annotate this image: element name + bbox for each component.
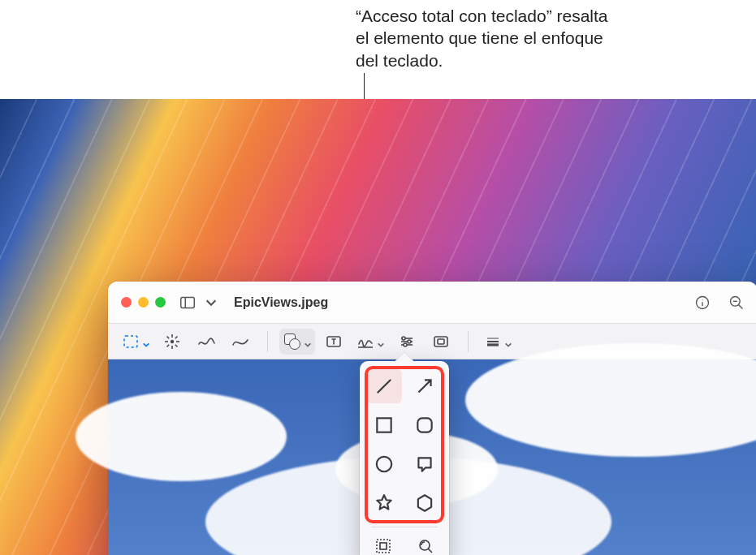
close-button[interactable] [121,297,132,308]
tool-text[interactable] [318,329,349,355]
svg-line-14 [167,336,170,338]
svg-point-24 [408,340,411,343]
window-titlebar: EpicViews.jpeg [108,282,756,324]
tool-rect-select[interactable] [118,329,153,355]
tool-stroke-style[interactable] [480,329,516,355]
svg-rect-36 [377,540,390,553]
tool-adjust-color[interactable] [391,329,422,355]
image-canvas[interactable] [108,359,756,555]
shapes-grid [366,369,443,520]
desktop-wallpaper: EpicViews.jpeg [0,99,756,555]
chevron-down-icon [504,338,512,346]
svg-line-16 [167,344,170,346]
cloud-graphic [76,392,287,481]
shape-arrow[interactable] [407,369,443,403]
tool-draw[interactable] [225,329,256,355]
minimize-button[interactable] [138,297,149,308]
chevron-down-icon [142,338,150,346]
svg-line-6 [739,304,743,308]
svg-rect-27 [438,339,444,344]
svg-line-15 [175,344,178,346]
svg-line-32 [418,381,430,393]
cloud-graphic [465,343,756,457]
svg-rect-0 [181,297,195,308]
popover-divider [371,527,438,527]
svg-point-9 [171,339,174,342]
shapes-popover [360,361,449,555]
shapes-icon [283,332,302,351]
tool-shapes[interactable] [279,329,315,355]
tool-sign[interactable] [352,329,388,355]
svg-rect-37 [380,543,387,549]
chevron-down-icon [377,338,385,346]
shape-circle[interactable] [366,447,402,481]
shape-loupe[interactable] [410,532,441,555]
toolbar-separator [468,331,469,352]
shape-hexagon[interactable] [407,486,443,520]
svg-rect-34 [417,418,431,432]
sidebar-toggle-button[interactable] [179,290,197,315]
zoom-out-button[interactable] [728,290,745,315]
svg-point-25 [404,343,407,346]
shape-rounded-square[interactable] [407,408,443,442]
info-button[interactable] [694,290,711,315]
svg-line-39 [429,549,433,553]
sidebar-toggle-chevron[interactable] [205,290,218,315]
toolbar-separator [267,331,268,352]
svg-point-35 [377,457,391,471]
popover-extra-row [368,532,441,555]
svg-rect-33 [377,418,391,432]
shape-square[interactable] [366,408,402,442]
preview-window: EpicViews.jpeg [108,282,756,555]
svg-line-17 [175,336,178,338]
svg-rect-8 [124,336,137,347]
window-title: EpicViews.jpeg [234,295,686,310]
chevron-down-icon [304,338,312,346]
tool-sketch[interactable] [191,329,222,355]
zoom-button[interactable] [155,297,166,308]
svg-rect-26 [434,337,447,346]
window-traffic-lights [121,297,166,308]
shape-speech-bubble[interactable] [407,447,443,481]
shape-mask[interactable] [368,532,399,555]
tool-instant-alpha[interactable] [157,329,188,355]
svg-line-31 [378,380,390,392]
svg-point-4 [702,299,703,300]
svg-point-23 [402,337,405,340]
tool-adjust-size[interactable] [426,329,456,355]
shape-line[interactable] [366,369,402,403]
annotation-text: “Acceso total con teclado” resalta el el… [356,5,624,71]
shape-star[interactable] [366,486,402,520]
